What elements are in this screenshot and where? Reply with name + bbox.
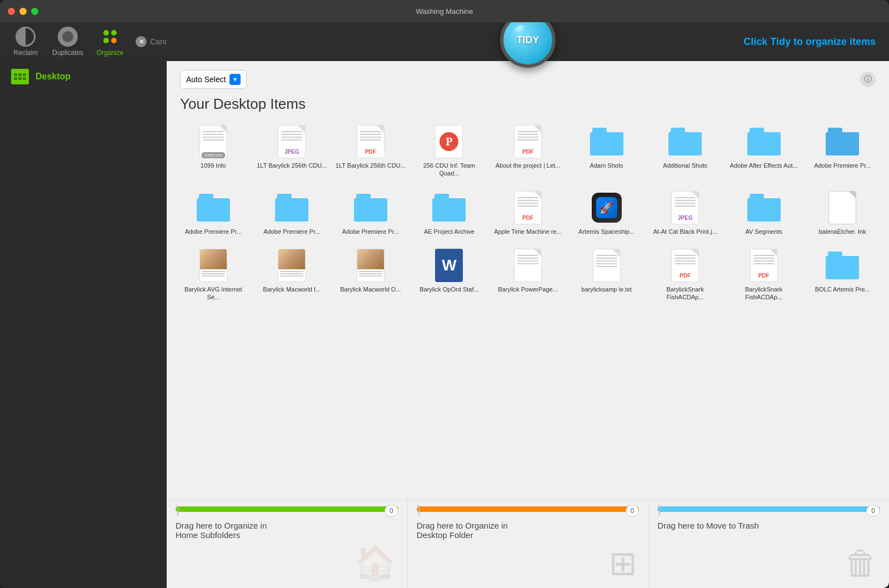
file-item[interactable]: 🚀Artemis Spaceship... — [569, 185, 645, 240]
file-label: Adobe Premiere Pr... — [342, 228, 399, 235]
drop-zone[interactable]: ⟩0Drag here to Organize inHome Subfolder… — [167, 500, 407, 588]
file-item[interactable]: PDFApple Time Machine re... — [490, 185, 566, 240]
file-item[interactable]: PDF1LT Barylick 256th CDU... — [333, 119, 408, 182]
file-item[interactable]: Barylick Macworld I... — [254, 243, 330, 306]
tidy-button[interactable]: TIDY — [500, 22, 556, 68]
file-item[interactable]: 1099 Info1099 Info — [176, 119, 251, 182]
desktop-grid-icon — [11, 68, 29, 86]
sidebar-desktop-label: Desktop — [36, 72, 71, 82]
file-label: AE Project Archive — [424, 228, 475, 235]
nav-duplicates[interactable]: Duplicates — [51, 27, 84, 57]
file-item[interactable]: PDFAbout the project | Let... — [490, 119, 566, 182]
file-item[interactable]: Barylick AVG Internet Se... — [176, 243, 251, 306]
file-label: Barylick PowerPage... — [498, 285, 558, 293]
file-icon: PDF — [353, 124, 388, 159]
titlebar-buttons — [8, 8, 38, 15]
maximize-button[interactable] — [31, 8, 38, 15]
app-window: Washing Machine Reclaim — [0, 0, 889, 588]
sidebar-item-desktop[interactable]: Desktop — [0, 61, 167, 92]
file-icon — [825, 248, 860, 283]
file-item[interactable]: Adobe Premiere Pr... — [254, 185, 330, 240]
file-label: Barylick Macworld I... — [263, 285, 321, 293]
nav-organize[interactable]: Organize — [93, 27, 127, 57]
file-item[interactable]: Additional Shots — [647, 119, 723, 182]
file-label: Barylick Macworld O... — [340, 285, 401, 293]
duplicates-icon — [58, 27, 78, 47]
file-item[interactable]: PDFBarylickSnark FishACDAp... — [647, 243, 723, 306]
file-label: Adam Shots — [590, 162, 623, 169]
file-label: Adobe Premiere Pr... — [263, 228, 320, 235]
file-label: Barylick OpOrd Staf... — [419, 285, 478, 293]
file-item[interactable]: Adam Shots — [569, 119, 645, 182]
file-item[interactable]: WBarylick OpOrd Staf... — [412, 243, 487, 306]
auto-select-label: Auto Select — [186, 75, 226, 84]
file-label: BOLC Artemis Pre... — [815, 285, 870, 293]
file-icon — [825, 124, 860, 159]
file-item[interactable]: PDFBarylickSnark FishACDAp... — [726, 243, 802, 306]
file-icon — [589, 248, 625, 283]
file-icon: W — [431, 248, 467, 283]
file-item[interactable]: P256 CDU Inf. Team Quad... — [412, 119, 487, 182]
drop-zone-illustration: 🏠 — [354, 543, 396, 582]
file-label: barylicksamp le.txt — [581, 285, 631, 293]
file-item[interactable]: JPEG1LT Barylick 256th CDU... — [254, 119, 330, 182]
reclaim-icon — [16, 27, 36, 47]
file-icon: P — [431, 124, 467, 159]
drop-zones: ⟩0Drag here to Organize inHome Subfolder… — [167, 499, 889, 588]
drop-zone[interactable]: ⟩0Drag here to Move to Trash🗑 — [648, 500, 889, 588]
file-label: Artemis Spaceship... — [578, 228, 635, 235]
file-label: balenaEtcher. Ink — [819, 228, 866, 235]
drop-zone-arrow-icon: ⟩ — [417, 503, 422, 517]
drop-zone-bar — [657, 506, 880, 512]
file-item[interactable]: Adobe Premiere Pr... — [176, 185, 251, 240]
titlebar: Washing Machine — [0, 0, 889, 22]
file-label: Barylick AVG Internet Se... — [178, 285, 249, 301]
app-main: Reclaim Duplicates — [0, 22, 889, 588]
file-label: BarylickSnark FishACDAp... — [728, 285, 800, 301]
reclaim-label: Reclaim — [13, 49, 37, 57]
nav-reclaim[interactable]: Reclaim — [9, 27, 42, 57]
file-item[interactable]: balenaEtcher. Ink — [805, 185, 880, 240]
file-label: At-At Cat Black Print.j... — [653, 228, 717, 235]
drop-zone-bar — [417, 506, 640, 512]
file-icon — [746, 124, 782, 159]
file-label: 1099 Info — [201, 162, 226, 169]
drop-zone[interactable]: ⟩0Drag here to Organize inDesktop Folder… — [407, 500, 648, 588]
file-item[interactable]: barylicksamp le.txt — [569, 243, 645, 306]
file-item[interactable]: Adobe After Effects Aut... — [726, 119, 802, 182]
file-label: Adobe After Effects Aut... — [730, 162, 798, 169]
file-item[interactable]: Adobe Premiere Pr... — [333, 185, 408, 240]
close-button[interactable] — [8, 8, 15, 15]
file-icon — [274, 248, 309, 283]
file-item[interactable]: AV Segments — [726, 185, 802, 240]
duplicates-label: Duplicates — [52, 49, 83, 57]
file-item[interactable]: Adobe Premiere Pr... — [805, 119, 880, 182]
drop-zone-sub-label: Desktop Folder — [417, 530, 640, 540]
drop-zone-illustration: 🗑 — [845, 544, 878, 582]
file-icon — [196, 190, 231, 225]
file-label: Additional Shots — [663, 162, 707, 169]
file-item[interactable]: AE Project Archive — [412, 185, 487, 240]
tidy-hint: Click Tidy to organize items — [743, 36, 876, 48]
auto-select-dropdown-icon: ▾ — [229, 74, 241, 85]
file-item[interactable]: BOLC Artemis Pre... — [805, 243, 880, 306]
file-item[interactable]: Barylick PowerPage... — [490, 243, 566, 306]
file-icon: PDF — [510, 190, 546, 225]
file-label: Adobe Premiere Pr... — [814, 162, 871, 169]
file-item[interactable]: Barylick Macworld O... — [333, 243, 408, 306]
file-icon — [353, 190, 388, 225]
info-button[interactable]: ⓘ — [860, 72, 876, 87]
file-label: Apple Time Machine re... — [494, 228, 562, 235]
drop-zone-arrow-icon: ⟩ — [657, 503, 662, 517]
content-area: TIDY Click Tidy to organize items Auto S… — [167, 22, 889, 588]
section-title: Your Desktop Items — [167, 93, 889, 119]
auto-select-button[interactable]: Auto Select ▾ — [180, 70, 247, 89]
file-label: About the project | Let... — [496, 162, 561, 169]
file-icon — [589, 124, 625, 159]
organize-label: Organize — [97, 49, 124, 57]
file-item[interactable]: JPEGAt-At Cat Black Print.j... — [647, 185, 723, 240]
file-label: 1LT Barylick 256th CDU... — [336, 162, 406, 169]
file-label: 256 CDU Inf. Team Quad... — [414, 162, 485, 178]
file-icon: JPEG — [667, 190, 703, 225]
minimize-button[interactable] — [19, 8, 27, 15]
